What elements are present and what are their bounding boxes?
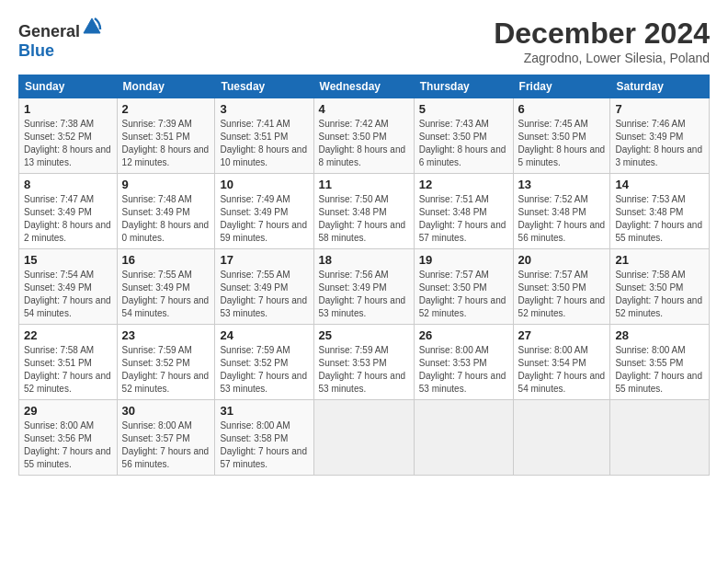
day-info: Sunrise: 7:42 AMSunset: 3:50 PMDaylight:…: [319, 119, 406, 167]
table-row: [414, 400, 513, 476]
table-row: 25 Sunrise: 7:59 AMSunset: 3:53 PMDaylig…: [313, 325, 414, 400]
table-row: 15 Sunrise: 7:54 AMSunset: 3:49 PMDaylig…: [19, 249, 118, 325]
table-row: [610, 400, 710, 476]
day-number: 30: [122, 404, 210, 418]
calendar: Sunday Monday Tuesday Wednesday Thursday…: [18, 75, 710, 476]
day-number: 25: [319, 328, 409, 342]
table-row: 20 Sunrise: 7:57 AMSunset: 3:50 PMDaylig…: [513, 249, 610, 325]
day-number: 29: [24, 404, 112, 418]
day-info: Sunrise: 7:48 AMSunset: 3:49 PMDaylight:…: [122, 194, 210, 243]
calendar-row: 1 Sunrise: 7:38 AMSunset: 3:52 PMDayligh…: [19, 98, 710, 174]
calendar-row: 22 Sunrise: 7:58 AMSunset: 3:51 PMDaylig…: [19, 325, 710, 400]
table-row: 28 Sunrise: 8:00 AMSunset: 3:55 PMDaylig…: [610, 325, 710, 400]
day-number: 19: [419, 253, 508, 267]
table-row: 7 Sunrise: 7:46 AMSunset: 3:49 PMDayligh…: [610, 98, 710, 174]
day-info: Sunrise: 8:00 AMSunset: 3:56 PMDaylight:…: [24, 420, 111, 469]
table-row: 16 Sunrise: 7:55 AMSunset: 3:49 PMDaylig…: [117, 249, 215, 325]
calendar-row: 29 Sunrise: 8:00 AMSunset: 3:56 PMDaylig…: [19, 400, 710, 476]
table-row: 23 Sunrise: 7:59 AMSunset: 3:52 PMDaylig…: [117, 325, 215, 400]
table-row: 21 Sunrise: 7:58 AMSunset: 3:50 PMDaylig…: [610, 249, 710, 325]
day-info: Sunrise: 8:00 AMSunset: 3:55 PMDaylight:…: [615, 345, 702, 394]
table-row: 26 Sunrise: 8:00 AMSunset: 3:53 PMDaylig…: [414, 325, 513, 400]
logo-general: General: [18, 22, 80, 40]
table-row: 31 Sunrise: 8:00 AMSunset: 3:58 PMDaylig…: [215, 400, 313, 476]
day-info: Sunrise: 7:57 AMSunset: 3:50 PMDaylight:…: [419, 270, 506, 318]
table-row: 2 Sunrise: 7:39 AMSunset: 3:51 PMDayligh…: [117, 98, 215, 174]
day-number: 1: [24, 102, 112, 116]
col-saturday: Saturday: [610, 75, 710, 98]
day-number: 17: [220, 253, 308, 267]
day-number: 10: [220, 178, 308, 191]
day-number: 2: [122, 102, 210, 116]
day-number: 16: [122, 253, 210, 267]
title-area: December 2024 Zagrodno, Lower Silesia, P…: [494, 17, 710, 65]
col-sunday: Sunday: [19, 75, 118, 98]
calendar-row: 8 Sunrise: 7:47 AMSunset: 3:49 PMDayligh…: [19, 174, 710, 249]
day-info: Sunrise: 7:59 AMSunset: 3:53 PMDaylight:…: [319, 345, 406, 394]
day-info: Sunrise: 7:59 AMSunset: 3:52 PMDaylight:…: [220, 345, 307, 394]
table-row: 29 Sunrise: 8:00 AMSunset: 3:56 PMDaylig…: [19, 400, 118, 476]
day-number: 14: [615, 178, 704, 191]
day-info: Sunrise: 7:54 AMSunset: 3:49 PMDaylight:…: [24, 270, 111, 318]
table-row: 1 Sunrise: 7:38 AMSunset: 3:52 PMDayligh…: [19, 98, 118, 174]
day-number: 12: [419, 178, 508, 191]
day-info: Sunrise: 7:47 AMSunset: 3:49 PMDaylight:…: [24, 194, 111, 243]
table-row: 13 Sunrise: 7:52 AMSunset: 3:48 PMDaylig…: [513, 174, 610, 249]
day-info: Sunrise: 7:45 AMSunset: 3:50 PMDaylight:…: [518, 119, 606, 167]
location-title: Zagrodno, Lower Silesia, Poland: [494, 51, 710, 65]
table-row: 24 Sunrise: 7:59 AMSunset: 3:52 PMDaylig…: [215, 325, 313, 400]
table-row: 8 Sunrise: 7:47 AMSunset: 3:49 PMDayligh…: [19, 174, 118, 249]
day-info: Sunrise: 7:41 AMSunset: 3:51 PMDaylight:…: [220, 119, 307, 167]
day-info: Sunrise: 7:59 AMSunset: 3:52 PMDaylight:…: [122, 345, 210, 394]
day-number: 8: [24, 178, 112, 191]
table-row: 4 Sunrise: 7:42 AMSunset: 3:50 PMDayligh…: [313, 98, 414, 174]
day-number: 23: [122, 328, 210, 342]
day-number: 3: [220, 102, 308, 116]
day-info: Sunrise: 8:00 AMSunset: 3:54 PMDaylight:…: [518, 345, 606, 394]
day-info: Sunrise: 8:00 AMSunset: 3:58 PMDaylight:…: [220, 420, 307, 469]
day-number: 9: [122, 178, 210, 191]
col-tuesday: Tuesday: [215, 75, 313, 98]
day-number: 7: [615, 102, 704, 116]
day-number: 28: [615, 328, 704, 342]
day-number: 26: [419, 328, 508, 342]
month-title: December 2024: [494, 17, 710, 51]
logo-icon: [82, 17, 102, 37]
day-number: 20: [518, 253, 606, 267]
day-info: Sunrise: 7:58 AMSunset: 3:51 PMDaylight:…: [24, 345, 111, 394]
day-info: Sunrise: 7:57 AMSunset: 3:50 PMDaylight:…: [518, 270, 606, 318]
day-info: Sunrise: 7:55 AMSunset: 3:49 PMDaylight:…: [220, 270, 307, 318]
table-row: 9 Sunrise: 7:48 AMSunset: 3:49 PMDayligh…: [117, 174, 215, 249]
table-row: 3 Sunrise: 7:41 AMSunset: 3:51 PMDayligh…: [215, 98, 313, 174]
table-row: 22 Sunrise: 7:58 AMSunset: 3:51 PMDaylig…: [19, 325, 118, 400]
day-number: 6: [518, 102, 606, 116]
day-info: Sunrise: 7:38 AMSunset: 3:52 PMDaylight:…: [24, 119, 111, 167]
table-row: 5 Sunrise: 7:43 AMSunset: 3:50 PMDayligh…: [414, 98, 513, 174]
logo: General Blue: [18, 17, 102, 61]
col-friday: Friday: [513, 75, 610, 98]
day-number: 4: [319, 102, 409, 116]
table-row: 11 Sunrise: 7:50 AMSunset: 3:48 PMDaylig…: [313, 174, 414, 249]
day-number: 15: [24, 253, 112, 267]
col-thursday: Thursday: [414, 75, 513, 98]
table-row: [513, 400, 610, 476]
day-info: Sunrise: 7:39 AMSunset: 3:51 PMDaylight:…: [122, 119, 210, 167]
day-info: Sunrise: 7:55 AMSunset: 3:49 PMDaylight:…: [122, 270, 210, 318]
table-row: [313, 400, 414, 476]
day-number: 24: [220, 328, 308, 342]
day-number: 27: [518, 328, 606, 342]
day-info: Sunrise: 7:58 AMSunset: 3:50 PMDaylight:…: [615, 270, 702, 318]
day-info: Sunrise: 7:50 AMSunset: 3:48 PMDaylight:…: [319, 194, 406, 243]
day-info: Sunrise: 7:51 AMSunset: 3:48 PMDaylight:…: [419, 194, 506, 243]
day-number: 31: [220, 404, 308, 418]
table-row: 17 Sunrise: 7:55 AMSunset: 3:49 PMDaylig…: [215, 249, 313, 325]
table-row: 14 Sunrise: 7:53 AMSunset: 3:48 PMDaylig…: [610, 174, 710, 249]
day-number: 5: [419, 102, 508, 116]
table-row: 27 Sunrise: 8:00 AMSunset: 3:54 PMDaylig…: [513, 325, 610, 400]
day-info: Sunrise: 8:00 AMSunset: 3:57 PMDaylight:…: [122, 420, 210, 469]
day-info: Sunrise: 8:00 AMSunset: 3:53 PMDaylight:…: [419, 345, 506, 394]
day-number: 21: [615, 253, 704, 267]
day-info: Sunrise: 7:49 AMSunset: 3:49 PMDaylight:…: [220, 194, 307, 243]
day-info: Sunrise: 7:56 AMSunset: 3:49 PMDaylight:…: [319, 270, 406, 318]
table-row: 18 Sunrise: 7:56 AMSunset: 3:49 PMDaylig…: [313, 249, 414, 325]
